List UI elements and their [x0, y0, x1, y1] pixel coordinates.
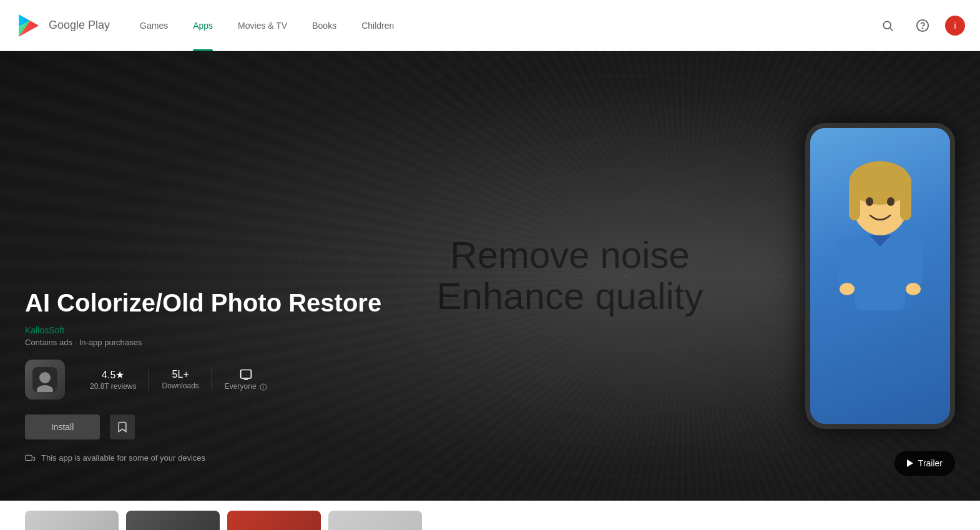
search-button[interactable]: [875, 13, 900, 38]
app-meta: Contains ads · In-app purchases: [25, 338, 381, 347]
screenshot-thumb-2[interactable]: [126, 511, 220, 530]
screenshot-thumbnails: [0, 501, 980, 530]
category-label: Everyone: [225, 382, 267, 391]
app-title: AI Colorize/Old Photo Restore: [25, 288, 381, 318]
svg-point-41: [906, 283, 921, 295]
stat-rating-category: Everyone: [212, 368, 280, 391]
trailer-button[interactable]: Trailer: [894, 451, 955, 476]
info-icon: [260, 383, 267, 391]
google-play-text: Google Play: [49, 19, 110, 32]
help-icon: [916, 19, 929, 32]
app-icon: [25, 360, 65, 400]
nav-item-apps[interactable]: Apps: [183, 0, 223, 51]
search-icon: [881, 19, 894, 32]
svg-point-36: [887, 197, 894, 206]
install-button[interactable]: Install: [25, 415, 100, 439]
screenshot-thumb-3[interactable]: [227, 511, 321, 530]
downloads-label: Downloads: [162, 381, 198, 390]
app-stats: 4.5★ 20.8T reviews 5L+ Downloads Everyon…: [25, 360, 381, 400]
svg-rect-50: [26, 455, 32, 460]
svg-line-5: [890, 27, 893, 31]
tagline-line1: Remove noise: [437, 235, 703, 276]
action-row: Install: [25, 415, 381, 439]
svg-rect-33: [849, 183, 860, 220]
screenshot-thumb-1[interactable]: [25, 511, 119, 530]
user-avatar-button[interactable]: i: [945, 16, 965, 36]
svg-rect-34: [900, 183, 911, 220]
everyone-icon: [240, 368, 252, 381]
child-photo-svg: [810, 128, 950, 424]
app-icon-svg: [32, 367, 57, 392]
screenshot-thumb-4[interactable]: [328, 511, 422, 530]
phone-frame: [805, 123, 955, 429]
downloads-value: 5L+: [172, 369, 189, 380]
app-developer[interactable]: KallosSoft: [25, 325, 381, 335]
category-icon: [240, 368, 252, 381]
app-icon-image: [25, 360, 65, 400]
availability-notice: This app is available for some of your d…: [25, 452, 381, 463]
nav-item-movies-tv[interactable]: Movies & TV: [228, 0, 297, 51]
reviews-label: 20.8T reviews: [90, 382, 136, 391]
header-actions: i: [875, 13, 965, 38]
play-triangle-icon: [907, 459, 913, 467]
tagline-line2: Enhance quality: [437, 276, 703, 317]
google-play-logo[interactable]: Google Play: [15, 12, 110, 39]
svg-point-35: [866, 197, 873, 206]
phone-child-photo: [810, 128, 950, 424]
hero-app-info: AI Colorize/Old Photo Restore KallosSoft…: [25, 288, 381, 463]
bookmark-icon: [116, 421, 129, 433]
devices-icon: [25, 452, 36, 463]
nav-item-books[interactable]: Books: [302, 0, 346, 51]
phone-mockup: [780, 51, 980, 501]
svg-rect-39: [904, 237, 923, 287]
svg-point-7: [923, 28, 923, 29]
stat-rating: 4.5★ 20.8T reviews: [77, 369, 149, 391]
nav-item-children[interactable]: Children: [351, 0, 404, 51]
wishlist-button[interactable]: [110, 415, 135, 439]
play-logo-icon: [15, 12, 42, 39]
phone-screen: [810, 128, 950, 424]
help-button[interactable]: [910, 13, 935, 38]
svg-point-4: [883, 21, 891, 29]
nav-item-games[interactable]: Games: [130, 0, 178, 51]
rating-value: 4.5★: [102, 369, 124, 381]
svg-point-43: [39, 372, 51, 383]
header: Google Play Games Apps Movies & TV Books…: [0, 0, 980, 51]
hero-tagline: Remove noise Enhance quality: [437, 235, 703, 317]
svg-rect-38: [838, 237, 856, 287]
svg-point-40: [840, 283, 855, 295]
stat-downloads: 5L+ Downloads: [149, 369, 212, 390]
main-nav: Games Apps Movies & TV Books Children: [130, 0, 875, 51]
hero-section: Remove noise Enhance quality: [0, 51, 980, 501]
svg-rect-45: [241, 370, 252, 378]
